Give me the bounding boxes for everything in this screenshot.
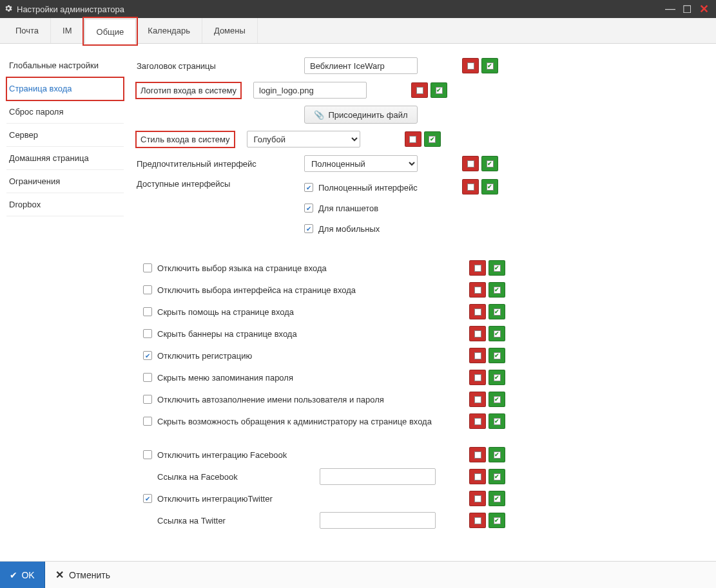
status-green[interactable]: ✔ (489, 326, 505, 341)
gear-icon (4, 4, 13, 15)
label-option-6: Отключить автозаполнение имени пользоват… (157, 395, 384, 404)
label-login-logo: Логотип входа в систему (137, 83, 240, 98)
label-disable-fb: Отключить интеграцию Facebook (157, 450, 287, 460)
select-login-style[interactable]: Голубой (247, 131, 360, 147)
label-available-interfaces: Доступные интерфейсы (137, 179, 304, 189)
checkbox-option-1[interactable] (143, 285, 152, 294)
label-option-5: Скрыть меню запоминания пароля (157, 373, 293, 383)
checkbox-iface-tablet[interactable] (304, 204, 313, 213)
status-red[interactable] (405, 131, 421, 147)
label-option-2: Скрыть помощь на странице входа (157, 307, 294, 317)
tab-mail[interactable]: Почта (4, 18, 51, 43)
input-tw-link[interactable] (320, 512, 436, 529)
status-green[interactable]: ✔ (424, 131, 441, 147)
status-green[interactable]: ✔ (489, 447, 505, 462)
sidebar: Глобальные настройки Страница входа Сбро… (0, 44, 129, 561)
input-page-title[interactable] (304, 57, 418, 74)
checkbox-option-3[interactable] (143, 329, 152, 338)
checkbox-option-7[interactable] (143, 417, 152, 426)
status-red[interactable] (462, 156, 479, 171)
tab-domains[interactable]: Домены (202, 18, 258, 43)
select-preferred-interface[interactable]: Полноценный (304, 155, 418, 172)
label-disable-tw: Отключить интеграциюTwitter (157, 494, 273, 504)
check-icon: ✔ (10, 570, 17, 580)
label-fb-link: Ссылка на Facebook (157, 472, 314, 482)
status-red[interactable] (469, 392, 486, 407)
status-red[interactable] (469, 304, 486, 319)
status-green[interactable]: ✔ (481, 179, 498, 194)
checkbox-option-5[interactable] (143, 373, 152, 382)
status-green[interactable]: ✔ (489, 469, 505, 484)
status-red[interactable] (469, 260, 486, 276)
status-green[interactable]: ✔ (431, 82, 447, 98)
cb-label-iface-mobile: Для мобильных (318, 224, 380, 234)
sidebar-item-server[interactable]: Сервер (6, 124, 124, 147)
maximize-button[interactable]: ☐ (679, 3, 695, 15)
tab-general[interactable]: Общие (84, 19, 137, 44)
label-page-title: Заголовок страницы (137, 61, 304, 71)
status-green[interactable]: ✔ (489, 370, 505, 385)
status-green[interactable]: ✔ (489, 260, 505, 276)
status-red[interactable] (469, 447, 486, 462)
bottombar: ✔OK ✕Отменить (0, 561, 716, 588)
checkbox-option-0[interactable] (143, 263, 152, 272)
window-title: Настройки администратора (17, 5, 662, 14)
minimize-button[interactable]: — (662, 3, 679, 15)
ok-button[interactable]: ✔OK (0, 562, 45, 589)
close-button[interactable]: ✕ (695, 2, 712, 16)
status-red[interactable] (469, 469, 486, 484)
label-option-0: Отключить выбор языка на странице входа (157, 263, 327, 273)
checkbox-option-2[interactable] (143, 307, 152, 316)
sidebar-item-global[interactable]: Глобальные настройки (6, 54, 124, 77)
status-red[interactable] (469, 326, 486, 341)
input-fb-link[interactable] (320, 468, 436, 485)
attach-file-button[interactable]: 📎 Присоединить файл (304, 106, 418, 124)
status-green[interactable]: ✔ (481, 58, 498, 73)
status-green[interactable]: ✔ (489, 513, 505, 528)
status-green[interactable]: ✔ (489, 348, 505, 363)
status-green[interactable]: ✔ (489, 282, 505, 298)
status-green[interactable]: ✔ (489, 413, 505, 429)
input-login-logo[interactable] (253, 82, 367, 99)
status-red[interactable] (462, 58, 479, 73)
cb-label-iface-tablet: Для планшетов (318, 204, 378, 213)
checkbox-iface-full[interactable] (304, 183, 313, 192)
status-red[interactable] (469, 491, 486, 506)
ok-label: OK (21, 570, 34, 580)
label-tw-link: Ссылка на Twitter (157, 516, 314, 526)
sidebar-item-resetpw[interactable]: Сброс пароля (6, 100, 124, 124)
sidebar-item-homepage[interactable]: Домашняя страница (6, 147, 124, 170)
cancel-label: Отменить (69, 570, 110, 580)
status-red[interactable] (469, 370, 486, 385)
status-red[interactable] (411, 82, 428, 98)
tab-im[interactable]: IM (51, 18, 84, 43)
label-login-style: Стиль входа в систему (137, 132, 234, 147)
label-option-1: Отключить выбора интерфейса на странице … (157, 285, 356, 295)
titlebar: Настройки администратора — ☐ ✕ (0, 0, 716, 18)
sidebar-item-restrictions[interactable]: Ограничения (6, 170, 124, 193)
cancel-button[interactable]: ✕Отменить (45, 562, 121, 589)
checkbox-iface-mobile[interactable] (304, 224, 313, 233)
status-red[interactable] (469, 282, 486, 298)
status-green[interactable]: ✔ (481, 156, 498, 171)
x-icon: ✕ (55, 569, 64, 581)
tabbar: Почта IM Общие Календарь Домены (0, 18, 716, 44)
checkbox-disable-fb[interactable] (143, 450, 152, 459)
checkbox-disable-tw[interactable] (143, 494, 152, 503)
sidebar-item-loginpage[interactable]: Страница входа (6, 77, 124, 100)
tab-calendar[interactable]: Календарь (136, 18, 202, 43)
status-red[interactable] (469, 348, 486, 363)
label-option-3: Скрыть баннеры на странице входа (157, 329, 297, 339)
status-green[interactable]: ✔ (489, 491, 505, 506)
checkbox-option-6[interactable] (143, 395, 152, 404)
status-green[interactable]: ✔ (489, 392, 505, 407)
attach-file-label: Присоединить файл (328, 110, 407, 120)
main-panel: Заголовок страницы ✔ Логотип входа в сис… (129, 44, 716, 561)
sidebar-item-dropbox[interactable]: Dropbox (6, 193, 124, 216)
status-red[interactable] (469, 513, 486, 528)
cb-label-iface-full: Полноценный интерфейс (318, 183, 418, 193)
checkbox-option-4[interactable] (143, 351, 152, 360)
status-green[interactable]: ✔ (489, 304, 505, 319)
status-red[interactable] (462, 179, 479, 194)
status-red[interactable] (469, 413, 486, 429)
